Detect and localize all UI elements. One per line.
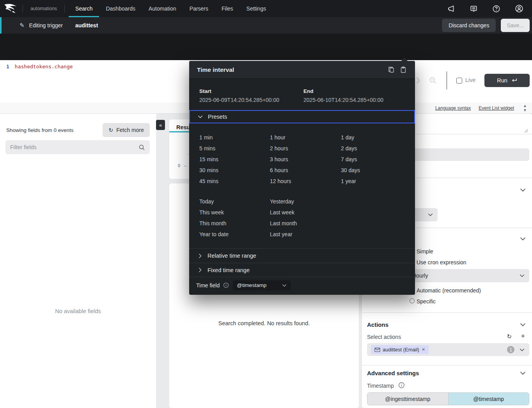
preset-option[interactable]: 5 mins — [199, 143, 270, 154]
copy-time-icon[interactable] — [388, 66, 394, 73]
preset-option[interactable]: This week — [199, 207, 270, 218]
timing-specific-radio[interactable] — [410, 298, 415, 303]
end-value[interactable]: 2025-06-10T14:20:54.285+00:00 — [303, 97, 383, 103]
query-text[interactable]: hashedtokens.change — [15, 64, 73, 103]
schedule-simple-label[interactable]: Simple — [417, 248, 433, 255]
preset-option[interactable]: 1 min — [199, 132, 270, 143]
time-field-info-icon[interactable] — [223, 282, 229, 288]
relative-time-range-section[interactable]: Relative time range — [189, 248, 415, 263]
ingesttimestamp-option[interactable]: @ingesttimestamp — [367, 393, 449, 405]
save-button[interactable]: Save... — [501, 19, 530, 32]
nav-item-parsers[interactable]: Parsers — [183, 0, 215, 17]
chevron-down-icon — [520, 348, 525, 351]
toolbar-divider — [447, 71, 447, 89]
time-field-dropdown[interactable]: @timestamp — [233, 280, 291, 290]
preset-option[interactable]: Last month — [270, 218, 341, 229]
textarea-resize-handle[interactable] — [524, 128, 528, 133]
timestamp-label: Timestamp — [367, 383, 394, 389]
section-collapse-icon[interactable] — [520, 237, 526, 241]
select-actions-label: Select actions — [367, 334, 401, 340]
preset-option[interactable]: 30 days — [341, 165, 415, 176]
preset-option[interactable]: 12 hours — [270, 176, 341, 187]
preset-option[interactable]: 3 hours — [270, 154, 341, 165]
preset-option[interactable]: Last year — [270, 229, 341, 240]
help-icon[interactable] — [492, 5, 500, 13]
presets-section-header[interactable]: Presets — [189, 110, 415, 123]
preset-option[interactable]: Yesterday — [270, 196, 341, 207]
preset-option[interactable]: Today — [199, 196, 270, 207]
preset-option[interactable]: 1 day — [341, 132, 415, 143]
section-divider — [362, 365, 532, 365]
run-label: Run — [497, 77, 507, 84]
chevron-right-icon — [199, 253, 202, 258]
nav-item-dashboards[interactable]: Dashboards — [99, 0, 142, 17]
frequency-value: Hourly — [412, 273, 520, 279]
preset-option[interactable]: This month — [199, 218, 270, 229]
nav-item-automation[interactable]: Automation — [142, 0, 183, 17]
named-range-grid: Today Yesterday This week Last week This… — [189, 187, 415, 240]
preset-option[interactable]: 1 year — [341, 176, 415, 187]
crowdstrike-logo[interactable] — [0, 3, 23, 14]
remove-action-icon[interactable]: ✕ — [422, 347, 425, 352]
nav-icon-group — [447, 4, 532, 13]
run-button[interactable]: Run — [484, 74, 530, 87]
announcement-icon[interactable] — [447, 5, 455, 13]
preset-option[interactable]: 45 mins — [199, 176, 270, 187]
actions-section-title: Actions — [367, 321, 388, 328]
action-chip[interactable]: audittest (Email) ✕ — [371, 345, 429, 354]
timing-automatic-label[interactable]: Automatic (recommended) — [417, 287, 481, 294]
timestamp-segmented-control: @ingesttimestamp @timestamp — [367, 392, 529, 405]
nav-item-settings[interactable]: Settings — [240, 0, 273, 17]
fields-summary: Showing fields from 0 events — [6, 127, 103, 133]
schedule-cron-label[interactable]: Use cron expression — [417, 259, 466, 265]
workspace-name[interactable]: automations — [23, 6, 64, 11]
actions-collapse-icon[interactable] — [520, 323, 526, 326]
filter-fields-input[interactable] — [10, 144, 138, 150]
live-checkbox[interactable] — [456, 78, 462, 84]
language-syntax-link[interactable]: Language syntax — [435, 105, 471, 111]
fixed-time-range-section[interactable]: Fixed time range — [189, 263, 415, 277]
search-icon — [138, 144, 145, 151]
timestamp-info-icon[interactable] — [398, 382, 405, 388]
preset-option[interactable]: 2 days — [341, 143, 415, 154]
add-action-icon[interactable]: + — [521, 332, 525, 340]
chevron-down-icon — [520, 274, 525, 277]
time-toolbar: 2025-06-09 14:20:54 2025-06-10 14:20:54 … — [0, 34, 532, 60]
return-key-icon — [511, 78, 517, 83]
collapse-editor-icon[interactable] — [522, 105, 528, 112]
nav-menu: Search Dashboards Automation Parsers Fil… — [69, 0, 273, 17]
preset-option[interactable]: 6 hours — [270, 165, 341, 176]
start-value[interactable]: 2025-06-09T14:20:54.285+00:00 — [199, 97, 303, 103]
discard-changes-button[interactable]: Discard changes — [442, 19, 496, 32]
account-icon[interactable] — [515, 4, 523, 13]
shift-range-forward-icon[interactable] — [416, 77, 420, 84]
preset-option[interactable]: Last week — [270, 207, 341, 218]
frequency-dropdown[interactable]: Hourly — [408, 269, 529, 282]
timestamp-option[interactable]: @timestamp — [449, 393, 529, 405]
preset-option[interactable]: 7 days — [341, 154, 415, 165]
fixed-time-range-label: Fixed time range — [207, 267, 250, 273]
nav-divider — [64, 5, 65, 12]
event-list-widget-link[interactable]: Event List widget — [479, 105, 514, 111]
nav-item-search[interactable]: Search — [69, 0, 99, 17]
preset-option[interactable]: 2 hours — [270, 143, 341, 154]
section-collapse-icon[interactable] — [520, 188, 526, 192]
zoom-out-range-icon[interactable] — [429, 77, 437, 84]
preset-option[interactable]: 30 mins — [199, 165, 270, 176]
preset-option[interactable]: 1 hour — [270, 132, 341, 143]
preset-option[interactable]: 15 mins — [199, 154, 270, 165]
nav-item-files[interactable]: Files — [215, 0, 240, 17]
chevron-down-icon — [282, 284, 287, 287]
timing-specific-label[interactable]: Specific — [417, 298, 436, 305]
fetch-more-button[interactable]: ↻ Fetch more — [103, 123, 150, 137]
y-axis-zero-label: 0 — [178, 163, 180, 168]
feedback-icon[interactable] — [470, 5, 478, 13]
preset-option[interactable]: Year to date — [199, 229, 270, 240]
collapse-fields-panel-button[interactable]: « — [156, 120, 165, 130]
paste-time-icon[interactable] — [400, 66, 406, 73]
actions-select[interactable]: audittest (Email) ✕ 1 — [367, 343, 529, 356]
advanced-collapse-icon[interactable] — [520, 371, 526, 375]
top-nav: automations Search Dashboards Automation… — [0, 0, 532, 17]
modal-title: Time interval — [189, 66, 388, 73]
refresh-actions-icon[interactable]: ↻ — [507, 333, 512, 340]
